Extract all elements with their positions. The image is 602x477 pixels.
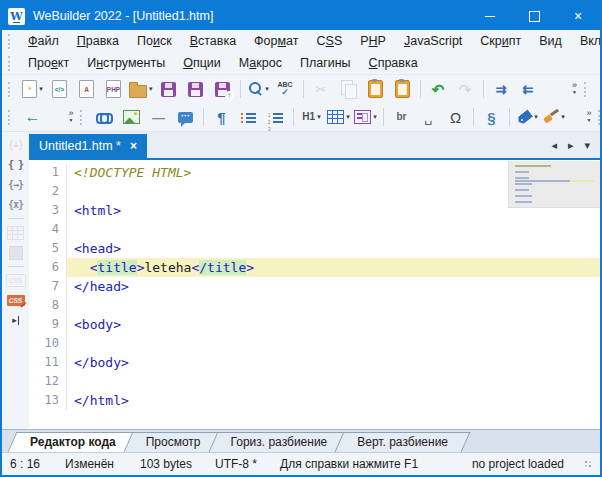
new-snippet-button: {+} <box>5 135 27 154</box>
tab-close-icon[interactable]: × <box>130 140 137 152</box>
hyperlink-button[interactable] <box>91 105 118 129</box>
toolbar-grip[interactable] <box>8 110 14 125</box>
line-number: 3 <box>29 201 66 220</box>
code-braces-button[interactable]: { } <box>5 155 27 174</box>
menu-tools[interactable]: Инструменты <box>78 54 174 72</box>
html-toolbar-overflow-button[interactable]: »▼ <box>582 106 596 128</box>
app-icon[interactable]: W <box>8 8 25 25</box>
view-tab-code-editor[interactable]: Редактор кода <box>12 432 134 452</box>
menu-options[interactable]: Опции <box>174 54 230 72</box>
menu-plugins[interactable]: Плагины <box>291 54 360 72</box>
remove-braces-button[interactable]: {x} <box>5 195 27 214</box>
view-tab-vertical-split[interactable]: Верт. разбиение <box>339 432 466 452</box>
new-php-document-button[interactable]: PHP <box>100 77 127 101</box>
minimap-line <box>515 183 594 185</box>
spell-check-button[interactable]: ABC <box>272 77 299 101</box>
menu-macros[interactable]: Макрос <box>230 54 291 72</box>
minimize-button[interactable] <box>468 2 512 30</box>
format-painter-button[interactable]: ▾ <box>541 105 568 129</box>
open-file-button[interactable]: ▾ <box>127 77 155 101</box>
toolbar-grip[interactable] <box>8 82 14 97</box>
code-text[interactable]: </body> <box>66 353 600 372</box>
menu-view[interactable]: Вид <box>530 32 571 50</box>
dropdown-arrow-icon: ▾ <box>149 85 153 93</box>
paste-button[interactable] <box>362 77 389 101</box>
bullet-list-button[interactable] <box>235 105 262 129</box>
special-character-button[interactable]: Ω <box>442 105 469 129</box>
code-editor[interactable]: 1<!DOCTYPE HTML>23<html>45<head>6 <title… <box>29 160 600 429</box>
paragraph-button[interactable]: ¶ <box>208 105 235 129</box>
code-text[interactable] <box>66 334 600 353</box>
clipboard-history-button[interactable] <box>389 77 416 101</box>
dropdown-arrow-icon: ▾ <box>317 113 321 121</box>
view-tab-preview[interactable]: Просмотр <box>128 432 219 452</box>
code-text[interactable]: <head> <box>66 239 600 258</box>
toolbar-grip[interactable] <box>584 82 590 97</box>
code-text[interactable] <box>66 372 600 391</box>
css-check-disabled-icon: CSS <box>6 274 26 287</box>
code-text[interactable]: <title>leteha</title> <box>66 258 600 277</box>
image-icon <box>123 110 140 124</box>
form-button[interactable]: ▾ <box>352 105 379 129</box>
toolbar-grip[interactable] <box>8 56 14 71</box>
non-breaking-space-button[interactable]: ␣ <box>415 105 442 129</box>
find-button[interactable]: ▾ <box>245 77 272 101</box>
new-document-button[interactable]: *▾ <box>19 77 46 101</box>
scroll-tabs-right-button[interactable]: ▸ <box>568 139 574 152</box>
css-check-button[interactable]: CSS <box>5 291 27 310</box>
save-all-upload-button[interactable]: ↑ <box>209 77 236 101</box>
close-button[interactable]: × <box>556 2 600 30</box>
horizontal-rule-button[interactable]: — <box>145 105 172 129</box>
tag-button[interactable]: ▾ <box>514 105 541 129</box>
heading-button[interactable]: H1▾ <box>298 105 325 129</box>
view-tab-horizontal-split[interactable]: Гориз. разбиение <box>213 432 346 452</box>
undo-button[interactable]: ↶ <box>425 77 452 101</box>
code-text[interactable] <box>66 296 600 315</box>
code-text[interactable]: </head> <box>66 277 600 296</box>
menu-tab[interactable]: Вкладка <box>571 32 602 50</box>
insert-braces-button[interactable]: {→} <box>5 175 27 194</box>
table-button[interactable]: ▾ <box>325 105 352 129</box>
menu-help[interactable]: Справка <box>360 54 427 72</box>
code-text[interactable]: </html> <box>66 391 600 410</box>
comment-button[interactable]: ··· <box>172 105 199 129</box>
menu-insert[interactable]: Вставка <box>181 32 245 50</box>
code-text[interactable]: <body> <box>66 315 600 334</box>
navigate-toolbar-overflow-button[interactable]: »▼ <box>64 106 78 128</box>
menu-script[interactable]: Скрипт <box>471 32 530 50</box>
unindent-button[interactable]: ⇇ <box>515 77 542 101</box>
new-text-document-button[interactable]: A <box>73 77 100 101</box>
maximize-button[interactable] <box>512 2 556 30</box>
dropdown-arrow-icon: ▾ <box>534 113 538 121</box>
save-button[interactable] <box>155 77 182 101</box>
scroll-tabs-left-button[interactable]: ◂ <box>551 139 557 152</box>
indent-button[interactable]: ⇉ <box>488 77 515 101</box>
image-button[interactable] <box>118 105 145 129</box>
numbered-list-button[interactable] <box>262 105 289 129</box>
resize-grip-icon[interactable] <box>582 459 592 469</box>
menu-php[interactable]: PHP <box>351 32 395 50</box>
line-break-button[interactable]: br <box>388 105 415 129</box>
css-check-disabled-button: CSS <box>5 271 27 290</box>
new-from-template-button[interactable]: </> <box>46 77 73 101</box>
menu-project[interactable]: Проект <box>19 54 78 72</box>
minimap[interactable] <box>508 161 600 208</box>
toolbar-grip[interactable] <box>8 34 14 49</box>
menu-file[interactable]: Файл <box>19 32 68 50</box>
menu-format[interactable]: Формат <box>245 32 307 50</box>
file-toolbar-overflow-button[interactable]: »▼ <box>568 78 582 100</box>
code-text[interactable] <box>66 220 600 239</box>
toolbar-grip[interactable] <box>598 110 602 125</box>
save-as-button[interactable] <box>182 77 209 101</box>
dropdown-arrow-icon: ▾ <box>561 113 565 121</box>
script-code-button[interactable]: § <box>478 105 505 129</box>
toolbar-grip[interactable] <box>80 110 86 125</box>
tab-list-menu-button[interactable]: ▾ <box>584 139 590 152</box>
menu-search[interactable]: Поиск <box>128 32 181 50</box>
menu-edit[interactable]: Правка <box>68 32 128 50</box>
sidebar-expand-button[interactable]: ▸ <box>5 311 27 330</box>
document-tab[interactable]: Untitled1.htm *× <box>29 134 147 158</box>
navigate-back-button[interactable]: ← <box>19 105 46 129</box>
menu-css[interactable]: CSS <box>308 32 352 50</box>
menu-javascript[interactable]: JavaScript <box>395 32 471 50</box>
